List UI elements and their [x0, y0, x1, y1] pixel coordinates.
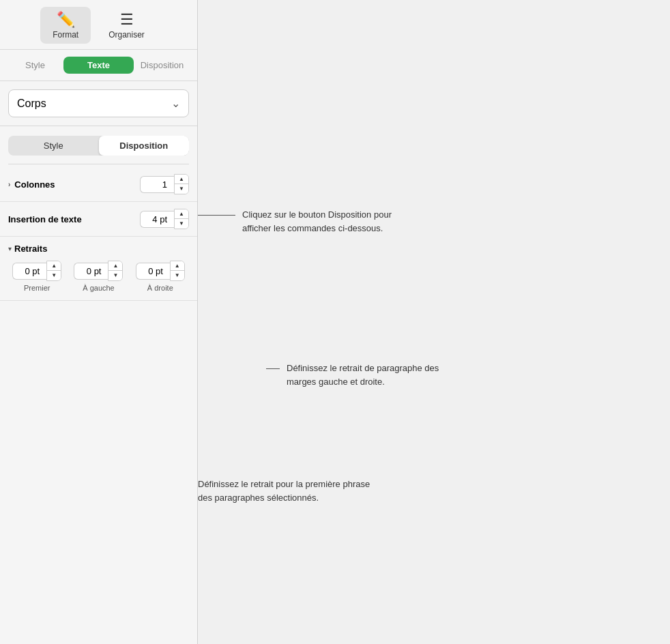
droite-decrement[interactable]: ▼	[171, 271, 184, 280]
disposition-callout-line	[198, 215, 235, 216]
disposition-callout: Cliquez sur le bouton Disposition pour a…	[198, 208, 399, 235]
retraits-label: Retraits	[14, 244, 47, 254]
inner-tab-row: Style Disposition	[8, 136, 189, 156]
dropdown-chevron: ⌄	[171, 97, 180, 110]
format-label: Format	[53, 30, 78, 40]
tab-disposition-main[interactable]: Disposition	[134, 57, 190, 74]
gauche-stepper-buttons: ▲ ▼	[108, 261, 123, 281]
format-icon: ✏️	[57, 11, 75, 29]
main-tab-row: Style Texte Disposition	[0, 50, 197, 81]
corps-value: Corps	[17, 98, 46, 110]
premier-decrement[interactable]: ▼	[47, 271, 61, 280]
insertion-stepper[interactable]: 4 pt ▲ ▼	[140, 209, 189, 229]
premier-stepper-buttons: ▲ ▼	[46, 261, 61, 281]
colonnes-text: Colonnes	[14, 179, 55, 190]
retrait-gauche: 0 pt ▲ ▼ À gauche	[70, 261, 127, 292]
colonnes-increment[interactable]: ▲	[175, 175, 188, 184]
premier-callout-text: Définissez le retrait pour la première p…	[198, 478, 375, 504]
droite-stepper[interactable]: 0 pt ▲ ▼	[136, 261, 185, 281]
organiser-icon: ☰	[120, 11, 134, 29]
insertion-value[interactable]: 4 pt	[140, 211, 174, 228]
disposition-callout-text: Cliquez sur le bouton Disposition pour a…	[242, 208, 399, 235]
retraits-callout-line	[266, 368, 280, 369]
premier-increment[interactable]: ▲	[47, 261, 61, 271]
organiser-button[interactable]: ☰ Organiser	[96, 7, 157, 44]
gauche-stepper[interactable]: 0 pt ▲ ▼	[74, 261, 123, 281]
colonnes-value[interactable]: 1	[140, 176, 174, 193]
tab-style[interactable]: Style	[7, 57, 63, 74]
retraits-header: ▾ Retraits	[0, 237, 197, 258]
retrait-premier: 0 pt ▲ ▼ Premier	[8, 261, 65, 292]
insertion-row: Insertion de texte 4 pt ▲ ▼	[0, 202, 197, 237]
tab-texte[interactable]: Texte	[63, 57, 134, 74]
gauche-increment[interactable]: ▲	[108, 261, 122, 271]
insertion-stepper-buttons: ▲ ▼	[174, 209, 189, 229]
retrait-droite: 0 pt ▲ ▼ À droite	[132, 261, 189, 292]
colonnes-label: › Colonnes	[8, 179, 55, 190]
colonnes-chevron-icon: ›	[8, 181, 10, 188]
insertion-decrement[interactable]: ▼	[175, 219, 188, 229]
colonnes-decrement[interactable]: ▼	[175, 184, 188, 194]
dropdown-row: Corps ⌄	[0, 81, 197, 126]
insertion-label: Insertion de texte	[8, 214, 82, 224]
inner-tab-disposition[interactable]: Disposition	[99, 136, 190, 156]
retraits-chevron-icon: ▾	[8, 245, 12, 252]
droite-label: À droite	[147, 284, 173, 292]
droite-value[interactable]: 0 pt	[136, 263, 170, 280]
premier-value[interactable]: 0 pt	[12, 263, 46, 280]
format-panel: ✏️ Format ☰ Organiser Style Texte Dispos…	[0, 0, 198, 644]
insertion-increment[interactable]: ▲	[175, 209, 188, 219]
gauche-value[interactable]: 0 pt	[74, 263, 108, 280]
organiser-label: Organiser	[108, 30, 145, 40]
colonnes-stepper-buttons: ▲ ▼	[174, 174, 189, 194]
premier-callout: Définissez le retrait pour la première p…	[198, 478, 375, 504]
gauche-label: À gauche	[83, 284, 114, 292]
corps-dropdown[interactable]: Corps ⌄	[8, 89, 189, 117]
annotations-area: Cliquez sur le bouton Disposition pour a…	[198, 0, 670, 644]
premier-label: Premier	[24, 284, 50, 292]
premier-stepper[interactable]: 0 pt ▲ ▼	[12, 261, 61, 281]
droite-stepper-buttons: ▲ ▼	[170, 261, 185, 281]
insertion-text: Insertion de texte	[8, 214, 82, 224]
format-button[interactable]: ✏️ Format	[40, 7, 91, 44]
gauche-decrement[interactable]: ▼	[108, 271, 122, 280]
colonnes-row: › Colonnes 1 ▲ ▼	[0, 167, 197, 202]
colonnes-stepper[interactable]: 1 ▲ ▼	[140, 174, 189, 194]
retraits-callout-text: Définissez le retrait de paragraphe des …	[287, 362, 443, 388]
droite-increment[interactable]: ▲	[171, 261, 184, 271]
toolbar: ✏️ Format ☰ Organiser	[0, 0, 197, 50]
retraits-callout: Définissez le retrait de paragraphe des …	[266, 362, 443, 388]
retraits-inputs: 0 pt ▲ ▼ Premier 0 pt ▲ ▼ À gauche 0	[0, 258, 197, 301]
inner-tab-style[interactable]: Style	[8, 136, 99, 156]
